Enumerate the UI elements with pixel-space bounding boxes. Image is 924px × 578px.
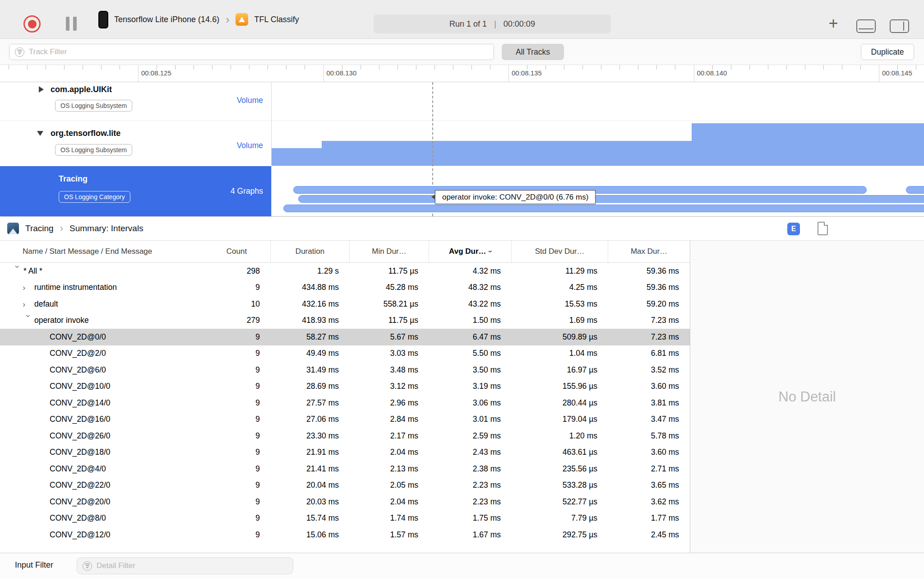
table-row[interactable]: ›default10432.16 ms558.21 µs43.22 ms15.5…	[0, 296, 690, 312]
duplicate-button[interactable]: Duplicate	[861, 44, 914, 60]
table-row[interactable]: CONV_2D@0/0958.27 ms5.67 ms6.47 ms509.89…	[0, 329, 690, 345]
track-row-tensorflow[interactable]: org.tensorflow.lite OS Logging Subsystem…	[0, 121, 924, 166]
detail-filter-field[interactable]: Detail Filter	[77, 557, 293, 574]
table-row[interactable]: CONV_2D@4/0921.41 ms2.13 ms2.38 ms235.56…	[0, 461, 690, 477]
disclosure-collapsed-icon[interactable]	[39, 86, 44, 93]
document-icon[interactable]	[818, 222, 828, 235]
ruler-minor-tick	[27, 65, 28, 70]
column-header-name[interactable]: Name / Start Message / End Message	[0, 241, 203, 262]
track-label-tracing-selected[interactable]: Tracing OS Logging Category 4 Graphs	[0, 166, 271, 216]
pause-button[interactable]	[66, 17, 77, 31]
interval-bar[interactable]	[906, 186, 924, 194]
target-app-selector[interactable]: TFL Classify	[254, 15, 299, 24]
cell-count: 9	[203, 447, 271, 457]
column-header-duration[interactable]: Duration	[271, 241, 350, 262]
cell-duration: 21.91 ms	[271, 447, 350, 457]
cell-max: 3.65 ms	[608, 480, 690, 490]
table-row[interactable]: CONV_2D@2/0949.49 ms3.03 ms5.50 ms1.04 m…	[0, 345, 690, 362]
row-name-label: CONV_2D@12/0	[50, 530, 111, 540]
add-instrument-button[interactable]: +	[827, 15, 840, 32]
table-row[interactable]: CONV_2D@26/0923.30 ms2.17 ms2.59 ms1.20 …	[0, 428, 690, 444]
ruler-minor-tick	[786, 65, 787, 70]
cell-count: 9	[203, 382, 271, 391]
table-row[interactable]: CONV_2D@18/0921.91 ms2.04 ms2.43 ms463.6…	[0, 444, 690, 461]
ruler-minor-tick	[749, 65, 750, 70]
tree-disclosure-icon[interactable]: ›	[23, 300, 34, 308]
row-name-label: CONV_2D@14/0	[50, 398, 111, 408]
cell-min: 1.57 ms	[350, 530, 429, 540]
run-separator: |	[494, 19, 496, 29]
table-row[interactable]: CONV_2D@14/0927.57 ms2.96 ms3.06 ms280.4…	[0, 395, 690, 411]
ruler-minor-tick	[212, 65, 213, 70]
row-name-label: CONV_2D@10/0	[50, 382, 111, 391]
row-name-label: runtime instrumentation	[34, 283, 117, 292]
track-row-tracing[interactable]: Tracing OS Logging Category 4 Graphs ope…	[0, 166, 924, 216]
track-filter-field[interactable]: Track Filter	[9, 44, 494, 60]
table-row[interactable]: CONV_2D@20/0920.03 ms2.04 ms2.23 ms522.7…	[0, 494, 690, 510]
run-timer: 00:00:09	[504, 19, 535, 29]
ruler-major-tick	[879, 65, 879, 82]
track-label-tensorflow[interactable]: org.tensorflow.lite OS Logging Subsystem…	[0, 121, 271, 166]
ruler-time-label: 00:08.130	[327, 69, 357, 77]
disclosure-expanded-icon[interactable]	[37, 131, 43, 136]
cell-std: 4.25 ms	[512, 283, 608, 292]
column-header-count[interactable]: Count	[203, 241, 271, 262]
tree-disclosure-icon[interactable]: ›	[14, 265, 22, 277]
run-progress: Run 1 of 1	[449, 19, 487, 29]
track-label-uikit[interactable]: com.apple.UIKit OS Logging Subsystem Vol…	[0, 82, 271, 121]
table-row[interactable]: CONV_2D@10/0928.69 ms3.12 ms3.19 ms155.9…	[0, 378, 690, 395]
breadcrumb-summary-intervals[interactable]: Summary: Intervals	[69, 224, 143, 233]
row-name-label: default	[34, 299, 58, 309]
ruler-minor-tick	[768, 65, 768, 70]
input-filter-label[interactable]: Input Filter	[15, 560, 53, 570]
table-row[interactable]: ›* All *2981.29 s11.75 µs4.32 ms11.29 ms…	[0, 263, 690, 280]
cell-count: 9	[203, 349, 271, 358]
column-header-stddev[interactable]: Std Dev Dur…	[512, 241, 608, 262]
cell-avg: 3.50 ms	[429, 365, 512, 375]
tree-disclosure-icon[interactable]: ›	[23, 283, 34, 292]
row-name-label: CONV_2D@16/0	[50, 415, 111, 424]
breadcrumb-tracing[interactable]: Tracing	[25, 224, 54, 233]
table-row[interactable]: CONV_2D@16/0927.06 ms2.84 ms3.01 ms179.0…	[0, 411, 690, 428]
interval-bar[interactable]	[283, 205, 924, 212]
ruler-minor-tick	[823, 65, 824, 70]
track-content-tensorflow-volume-graph[interactable]	[271, 121, 924, 166]
toolbar: Tensorflow Lite iPhone (14.6) › TFL Clas…	[0, 0, 924, 39]
column-header-label: Avg Dur…	[449, 247, 486, 256]
track-title: com.apple.UIKit	[51, 85, 112, 94]
ruler-minor-tick	[120, 65, 120, 70]
toggle-bottom-pane-button[interactable]	[856, 19, 876, 33]
cell-duration: 28.69 ms	[271, 382, 350, 391]
cell-count: 298	[203, 266, 271, 276]
ruler-minor-tick	[434, 65, 435, 70]
table-row[interactable]: CONV_2D@6/0931.49 ms3.48 ms3.50 ms16.97 …	[0, 362, 690, 378]
timeline-ruler[interactable]: 00:08.12500:08.13000:08.13500:08.14000:0…	[0, 65, 924, 82]
interval-bar[interactable]	[298, 195, 924, 203]
expanded-detail-button[interactable]: E	[787, 223, 800, 235]
table-row[interactable]: ›operator invoke279418.93 ms11.75 µs1.50…	[0, 312, 690, 329]
cell-max: 2.71 ms	[608, 464, 690, 474]
column-header-max[interactable]: Max Dur…	[608, 241, 690, 262]
track-content-uikit[interactable]	[271, 82, 924, 121]
table-row[interactable]: ›runtime instrumentation9434.88 ms45.28 …	[0, 280, 690, 296]
all-tracks-button[interactable]: All Tracks	[502, 44, 564, 60]
toggle-right-pane-button[interactable]	[890, 19, 909, 33]
column-header-avg[interactable]: Avg Dur…›	[429, 241, 512, 262]
cell-count: 9	[203, 431, 271, 441]
cell-avg: 3.01 ms	[429, 415, 512, 424]
column-header-min[interactable]: Min Dur…	[350, 241, 429, 262]
table-row[interactable]: CONV_2D@22/0920.04 ms2.05 ms2.23 ms533.2…	[0, 477, 690, 494]
record-button[interactable]	[23, 15, 41, 33]
tree-disclosure-icon[interactable]: ›	[24, 315, 33, 326]
cell-avg: 4.32 ms	[429, 266, 512, 276]
volume-graph-segment	[692, 123, 924, 166]
cell-max: 5.78 ms	[608, 431, 690, 441]
ruler-minor-tick	[360, 65, 361, 70]
device-selector[interactable]: Tensorflow Lite iPhone (14.6)	[114, 15, 219, 24]
track-row-uikit[interactable]: com.apple.UIKit OS Logging Subsystem Vol…	[0, 82, 924, 121]
cell-avg: 2.23 ms	[429, 497, 512, 507]
table-row[interactable]: CONV_2D@12/0915.06 ms1.57 ms1.67 ms292.7…	[0, 527, 690, 543]
cell-duration: 27.06 ms	[271, 415, 350, 424]
track-content-tracing-intervals[interactable]: operator invoke: CONV_2D@0/0 (6.76 ms)	[271, 166, 924, 216]
table-row[interactable]: CONV_2D@8/0915.74 ms1.74 ms1.75 ms7.79 µ…	[0, 510, 690, 527]
